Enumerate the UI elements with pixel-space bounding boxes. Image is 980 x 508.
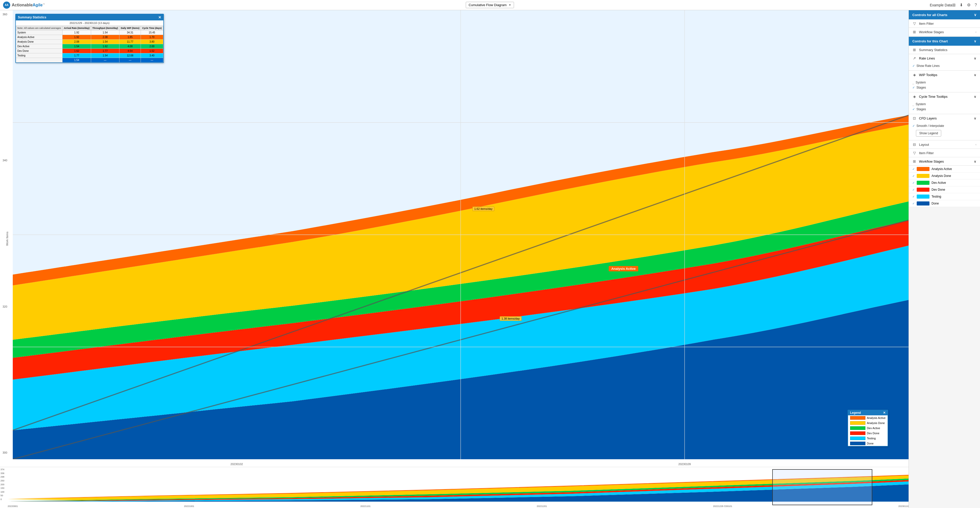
- table-row-analysis-active: Analysis Active 1.92 2.08 1.85 1.70: [16, 35, 163, 40]
- mini-y-100: 100: [0, 490, 4, 493]
- stage-item-testing[interactable]: ✓ Testing: [909, 193, 980, 200]
- workflow-stages-all[interactable]: ⊞ Workflow Stages ‹: [909, 28, 980, 36]
- layout-label: Layout: [919, 143, 973, 147]
- wip-stages-checkbox[interactable]: ✓ Stages: [912, 85, 977, 90]
- val-ad-cycle: 3.80: [141, 40, 163, 44]
- controls-all-chevron: ∨: [974, 13, 977, 17]
- val-da-wip: 4.08: [119, 44, 141, 49]
- summary-statistics-popup: Summary Statistics ✕ 20221229 - 20230110…: [15, 14, 164, 63]
- controls-chart-chevron: ∨: [974, 39, 977, 43]
- val-dd-cycle: 1.52: [141, 49, 163, 53]
- mini-y-298: 298: [0, 476, 4, 478]
- main-container: Work Items 360 340 320 300: [0, 10, 980, 508]
- cfd-layers-chevron: ∨: [974, 116, 977, 120]
- stage-label-dev-active: Dev Active: [932, 181, 946, 185]
- controls-all-header[interactable]: Controls for all Charts ∨: [909, 10, 980, 19]
- label-dev-done: Dev Done: [16, 49, 62, 53]
- val-dd-wip: 4.54: [119, 49, 141, 53]
- main-chart-svg: [13, 10, 908, 459]
- layout-item[interactable]: ⊟ Layout ‹: [909, 140, 980, 149]
- val-t-cycle: 3.40: [141, 53, 163, 58]
- stage-item-done[interactable]: ✓ Done: [909, 200, 980, 207]
- val-t-throughput: 1.54: [91, 53, 119, 58]
- summary-note: Note: All values are calculated averages: [16, 26, 62, 30]
- mini-x-20221101: 20221101: [360, 505, 371, 508]
- cycle-time-header-left: ◈ Cycle Time Tooltips: [912, 94, 948, 99]
- summary-popup-close-button[interactable]: ✕: [158, 15, 161, 19]
- summary-popup-title: Summary Statistics: [18, 16, 46, 19]
- val-system-throughput: 1.54: [91, 30, 119, 35]
- col-cycle-time: Cycle Time (days): [141, 26, 163, 30]
- legend-label-dev-done: Dev Done: [867, 432, 880, 435]
- cycle-time-tooltips-label: Cycle Time Tooltips: [919, 95, 948, 99]
- rate-lines-header-left: ↗ Rate Lines: [912, 56, 935, 60]
- rate-lines-header[interactable]: ↗ Rate Lines ∨: [909, 54, 980, 62]
- val-aa-wip: 1.85: [119, 35, 141, 40]
- controls-all-title: Controls for all Charts: [912, 13, 947, 17]
- mini-chart-wrapper: 374 336 298 250 200 150 100 50 0: [0, 467, 908, 508]
- cfd-layers-header[interactable]: ⊡ CFD Layers ∨: [909, 114, 980, 122]
- wip-system-checkbox[interactable]: _ System: [912, 80, 977, 85]
- chart-selector-dropdown[interactable]: Cumulative Flow Diagram ▼: [466, 2, 514, 8]
- mini-x-20221001: 20221001: [184, 505, 194, 508]
- mini-y-axis: 374 336 298 250 200 150 100 50 0: [0, 467, 4, 502]
- legend-color-analysis-active: [850, 416, 865, 420]
- cycle-time-icon: ◈: [912, 94, 916, 99]
- val-ad-wip: 11.77: [119, 40, 141, 44]
- val-dd-arrival: 1.62: [62, 49, 91, 53]
- workflow-stages-chevron: ‹: [975, 30, 977, 33]
- summary-statistics-item[interactable]: ⊞ Summary Statistics: [909, 46, 980, 54]
- table-icon: ⊞: [912, 30, 916, 34]
- label-done: Done: [16, 58, 62, 62]
- download-icon[interactable]: ⬇: [959, 3, 963, 7]
- controls-chart-header[interactable]: Controls for this Chart ∨: [909, 37, 980, 46]
- wip-system-check-icon: _: [912, 81, 914, 84]
- cycle-time-tooltips-header[interactable]: ◈ Cycle Time Tooltips ∨: [909, 92, 980, 100]
- chart-selector-label: Cumulative Flow Diagram: [469, 3, 507, 7]
- ct-stages-label: Stages: [916, 107, 926, 111]
- ct-stages-checkbox[interactable]: ✓ Stages: [912, 107, 977, 112]
- workflow-stages-bottom-header[interactable]: ⊞ Workflow Stages ∨: [909, 157, 980, 166]
- stage-item-analysis-active[interactable]: ✓ Analysis Active: [909, 166, 980, 172]
- cycle-time-content: _ System ✓ Stages: [909, 100, 980, 114]
- header-center: Cumulative Flow Diagram ▼: [50, 2, 930, 8]
- help-icon[interactable]: ?: [975, 3, 977, 7]
- cycle-time-chevron: ∨: [974, 95, 977, 99]
- legend-close-button[interactable]: ✕: [883, 411, 886, 414]
- logo-text: ActionableAgile™: [12, 3, 45, 7]
- summary-icon: ⊞: [912, 48, 916, 52]
- show-legend-button[interactable]: Show Legend: [916, 130, 941, 137]
- header-icons: ⊞ ⬇ ⚙ ?: [952, 3, 977, 7]
- show-rate-lines-checkbox[interactable]: ✓ Show Rate Lines: [912, 63, 977, 68]
- smooth-interpolate-checkbox[interactable]: ✓ Smooth / Interpolate: [912, 123, 977, 128]
- stage-item-analysis-done[interactable]: ✓ Analysis Done: [909, 172, 980, 180]
- stage-item-dev-done[interactable]: ✓ Dev Done: [909, 186, 980, 193]
- main-chart-wrapper: Work Items 360 340 320 300: [0, 10, 908, 467]
- legend-label-done: Done: [867, 442, 873, 445]
- wip-tooltips-header[interactable]: ◈ WIP Tooltips ∨: [909, 71, 980, 79]
- val-da-throughput: 1.62: [91, 44, 119, 49]
- legend-item-done: Done: [848, 441, 888, 446]
- item-filter-all[interactable]: ▽ Item Filter: [909, 19, 980, 28]
- settings-icon[interactable]: ⚙: [967, 3, 970, 7]
- wip-system-label: System: [916, 81, 926, 84]
- ct-system-checkbox[interactable]: _ System: [912, 102, 977, 107]
- mini-y-150: 150: [0, 487, 4, 489]
- label-system: System: [16, 30, 62, 35]
- rate-lines-chevron: ∨: [974, 56, 977, 60]
- rate-lines-label: Rate Lines: [919, 56, 935, 60]
- y-value-340: 340: [3, 159, 7, 162]
- grid-icon[interactable]: ⊞: [952, 3, 956, 7]
- dataset-label: Example Data: [930, 3, 952, 7]
- mini-x-20230110: 20230110: [898, 505, 908, 508]
- right-panel: Controls for all Charts ∨ ▽ Item Filter …: [908, 10, 980, 508]
- val-system-cycle: 15.45: [141, 30, 163, 35]
- legend-color-dev-active: [850, 426, 865, 430]
- item-filter-bottom-label: Item Filter: [919, 151, 977, 155]
- stage-item-dev-active[interactable]: ✓ Dev Active: [909, 180, 980, 186]
- val-da-arrival: 1.54: [62, 44, 91, 49]
- item-filter-bottom[interactable]: ▽ Item Filter: [909, 149, 980, 157]
- col-arrival-rate: Arrival Rate (items/day): [62, 26, 91, 30]
- val-aa-throughput: 2.08: [91, 35, 119, 40]
- mini-nav-window[interactable]: [772, 469, 872, 505]
